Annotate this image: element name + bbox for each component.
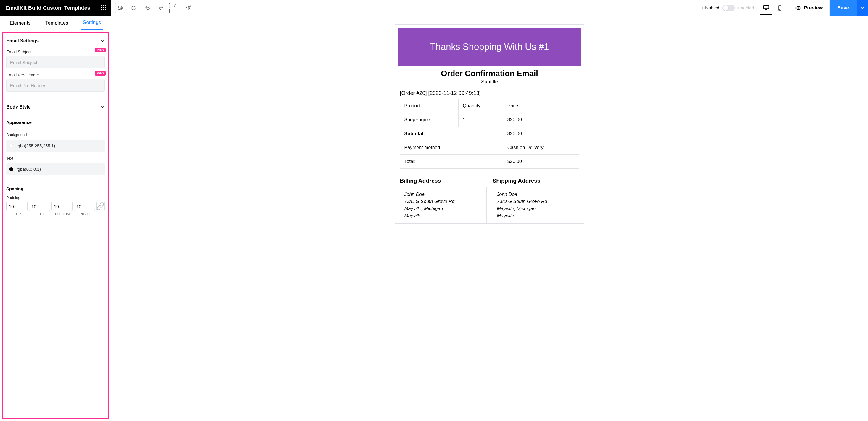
shipping-address: Shipping Address John Doe 73/D G South G… [493,177,579,223]
chevron-down-icon [100,105,104,109]
label: Email Pre-Header [6,73,104,77]
divider [6,97,104,97]
svg-point-4 [798,7,799,8]
settings-content: Email Settings Email Subject PRO Email P… [2,32,109,419]
pro-badge: PRO [95,48,106,53]
padding-label-bottom: BOTTOM [51,212,74,216]
email-subject-input[interactable] [6,56,104,68]
padding-left-input[interactable] [29,202,50,211]
email-title: Order Confirmation Email [395,69,584,78]
color-value: rgba(255,255,255,1) [16,143,55,148]
label: Email Subject [6,50,104,54]
th-product: Product [400,99,459,113]
device-mobile-icon[interactable] [774,1,786,15]
email-preheader-input[interactable] [6,79,104,92]
brand-title: EmailKit Build Custom Templates [5,5,90,11]
section-title: Email Settings [6,38,39,44]
padding-right-input[interactable] [74,202,95,211]
color-swatch-icon [9,144,13,148]
svg-rect-1 [764,5,769,8]
hero-text: Thanks Shopping With Us #1 [430,41,549,52]
padding-label-top: TOP [6,212,29,216]
tab-elements[interactable]: Elements [7,17,33,29]
refresh-icon[interactable] [127,0,141,16]
tab-templates[interactable]: Templates [43,17,70,29]
svg-point-3 [779,9,780,10]
shortcode-button[interactable]: [ / ] [168,0,182,16]
preview-label: Preview [804,5,823,11]
redo-icon[interactable] [154,0,168,16]
background-color-picker[interactable]: rgba(255,255,255,1) [6,140,104,152]
undo-icon[interactable] [141,0,154,16]
wordpress-icon[interactable] [113,0,127,16]
spacing-heading: Spacing [6,186,104,191]
field-email-preheader: Email Pre-Header PRO [6,73,104,92]
color-swatch-icon [9,167,13,171]
email-hero[interactable]: Thanks Shopping With Us #1 [398,28,581,66]
th-quantity: Quantity [459,99,503,113]
send-icon[interactable] [182,0,195,16]
order-line: [Order #20] [2023-11-12 09:49:13] [400,90,579,96]
toggle-disabled-label: Disabled [702,5,719,10]
th-price: Price [503,99,579,113]
appearance-heading: Appearance [6,120,104,125]
table-row: Payment method: Cash on Delivery [400,141,579,155]
chevron-down-icon [100,39,104,43]
link-padding-icon[interactable] [96,202,104,211]
text-color-picker[interactable]: rgba(0,0,0,1) [6,163,104,175]
table-row: Subtotal: $20.00 [400,127,579,141]
email-subtitle: Subtitle [395,79,584,85]
section-email-settings[interactable]: Email Settings [6,36,104,45]
divider [6,180,104,181]
apps-icon[interactable] [101,5,106,11]
save-button[interactable]: Save [830,0,857,16]
device-desktop-icon[interactable] [760,1,772,15]
padding-label-right: RIGHT [74,212,96,216]
email-preview[interactable]: Thanks Shopping With Us #1 Order Confirm… [395,24,584,224]
label-text: Text [6,156,104,160]
table-row: Total: $20.00 [400,155,579,169]
pro-badge: PRO [95,71,106,76]
enable-toggle[interactable] [722,5,735,11]
label-background: Background [6,133,104,137]
table-row: Product Quantity Price [400,99,579,113]
padding-bottom-input[interactable] [51,202,72,211]
padding-label-left: LEFT [29,212,51,216]
eye-icon [796,5,801,11]
toggle-enabled-label: Enabled [738,5,754,10]
order-table: Product Quantity Price ShopEngine 1 $20.… [400,99,579,169]
billing-address: Billing Address John Doe 73/D G South Gr… [400,177,487,223]
top-toolbar: [ / ] Disabled Enabled Preview Save [111,0,868,16]
save-dropdown-icon[interactable] [857,0,868,16]
canvas[interactable]: Thanks Shopping With Us #1 Order Confirm… [111,16,868,421]
table-row: ShopEngine 1 $20.00 [400,113,579,127]
section-body-style[interactable]: Body Style [6,103,104,111]
color-value: rgba(0,0,0,1) [16,167,41,172]
label-padding: Padding [6,195,104,200]
padding-top-input[interactable] [6,202,28,211]
section-title: Body Style [6,104,31,110]
tab-settings[interactable]: Settings [81,16,103,30]
field-email-subject: Email Subject PRO [6,50,104,68]
preview-button[interactable]: Preview [789,0,830,16]
